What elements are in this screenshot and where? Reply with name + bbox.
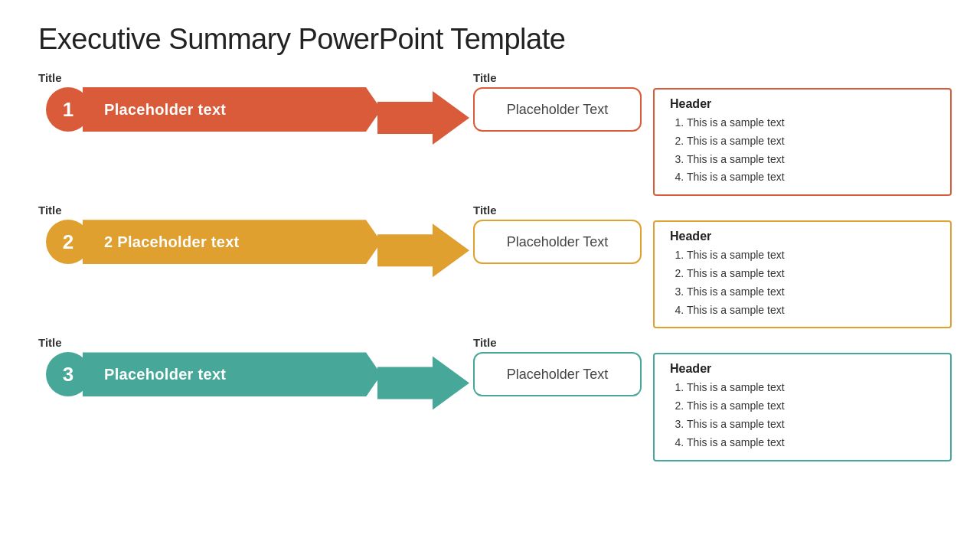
rows-container: Title 1 Placeholder text Title Placehold… xyxy=(38,71,942,461)
row2-middle-wrapper: Placeholder Text xyxy=(473,220,642,264)
list-item: This is a sample text xyxy=(687,416,938,434)
row3-info-list: This is a sample text This is a sample t… xyxy=(670,379,938,452)
row1-right-section: Header This is a sample text This is a s… xyxy=(653,71,952,196)
row-2: Title 2 2 Placeholder text Title Placeho… xyxy=(38,204,942,328)
row3-right-section: Header This is a sample text This is a s… xyxy=(653,336,952,461)
row3-info-header: Header xyxy=(670,362,938,376)
list-item: This is a sample text xyxy=(687,151,938,169)
list-item: This is a sample text xyxy=(687,397,938,416)
row3-info-box: Header This is a sample text This is a s… xyxy=(653,353,952,461)
row1-middle-section: Title Placeholder Text xyxy=(473,71,642,132)
row2-band-wrapper: 2 2 Placeholder text xyxy=(38,220,381,264)
row2-left-label: Title xyxy=(38,204,62,217)
row1-middle-label: Title xyxy=(473,71,497,84)
list-item: This is a sample text xyxy=(687,265,938,283)
row3-arrow-band: Placeholder text xyxy=(83,352,381,396)
row2-band-text: 2 Placeholder text xyxy=(104,233,240,251)
row2-info-header: Header xyxy=(670,230,938,243)
slide: Executive Summary PowerPoint Template Ti… xyxy=(0,0,980,551)
row1-info-box: Header This is a sample text This is a s… xyxy=(653,88,952,196)
row3-rounded-box: Placeholder Text xyxy=(473,352,642,396)
row3-middle-wrapper: Placeholder Text xyxy=(473,352,642,396)
row1-rounded-box: Placeholder Text xyxy=(473,87,642,132)
row1-arrow-band: Placeholder text xyxy=(83,87,381,132)
list-item: This is a sample text xyxy=(687,302,938,320)
row1-left-section: Title 1 Placeholder text xyxy=(38,71,381,132)
row3-left-section: Title 3 Placeholder text xyxy=(38,336,381,396)
row3-left-label: Title xyxy=(38,336,62,349)
row2-middle-section: Title Placeholder Text xyxy=(473,204,642,264)
list-item: This is a sample text xyxy=(687,379,938,397)
row1-band-wrapper: 1 Placeholder text xyxy=(38,87,381,132)
list-item: This is a sample text xyxy=(687,114,938,132)
list-item: This is a sample text xyxy=(687,246,938,265)
row1-info-header: Header xyxy=(670,97,938,111)
list-item: This is a sample text xyxy=(687,283,938,302)
row1-band-text: Placeholder text xyxy=(104,101,226,119)
row2-rounded-box: Placeholder Text xyxy=(473,220,642,264)
list-item: This is a sample text xyxy=(687,168,938,187)
row-1: Title 1 Placeholder text Title Placehold… xyxy=(38,71,942,196)
row3-band-text: Placeholder text xyxy=(104,366,226,383)
row1-middle-text: Placeholder Text xyxy=(507,102,609,118)
row2-info-box: Header This is a sample text This is a s… xyxy=(653,220,952,328)
row2-middle-text: Placeholder Text xyxy=(507,234,609,250)
row1-left-label: Title xyxy=(38,71,62,84)
row2-big-arrow xyxy=(377,223,469,277)
row1-middle-wrapper: Placeholder Text xyxy=(473,87,642,132)
list-item: This is a sample text xyxy=(687,434,938,452)
row1-number-badge: 1 xyxy=(46,87,90,132)
row1-info-list: This is a sample text This is a sample t… xyxy=(670,114,938,187)
row-3: Title 3 Placeholder text Title Placehold… xyxy=(38,336,942,461)
row2-right-section: Header This is a sample text This is a s… xyxy=(653,204,952,328)
list-item: This is a sample text xyxy=(687,132,938,151)
row3-middle-text: Placeholder Text xyxy=(507,367,609,383)
row3-big-arrow xyxy=(377,356,469,409)
row3-middle-section: Title Placeholder Text xyxy=(473,336,642,396)
slide-title: Executive Summary PowerPoint Template xyxy=(38,23,942,56)
row2-arrow-band: 2 Placeholder text xyxy=(83,220,381,264)
row3-band-wrapper: 3 Placeholder text xyxy=(38,352,381,396)
row1-big-arrow xyxy=(377,91,469,145)
row2-info-list: This is a sample text This is a sample t… xyxy=(670,246,938,319)
row3-middle-label: Title xyxy=(473,336,497,349)
row2-middle-label: Title xyxy=(473,204,497,217)
row3-number-badge: 3 xyxy=(46,352,90,396)
row2-left-section: Title 2 2 Placeholder text xyxy=(38,204,381,264)
row2-number-badge: 2 xyxy=(46,220,90,264)
